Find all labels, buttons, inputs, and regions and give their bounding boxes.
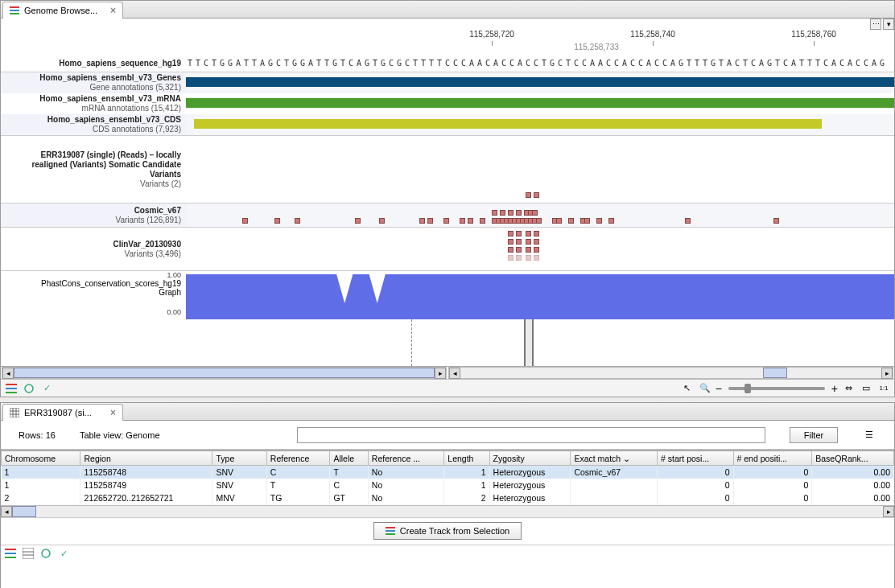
variant-marker[interactable] [516,210,522,216]
somatic-variants-track[interactable] [186,136,894,203]
variant-marker[interactable] [508,255,513,261]
variant-marker[interactable] [295,218,300,224]
tab-genome-browser[interactable]: Genome Browse... × [2,2,123,19]
variant-marker[interactable] [516,247,522,253]
column-header[interactable]: Length [444,451,489,466]
close-icon[interactable]: × [110,5,116,16]
circle-view-icon[interactable] [22,381,36,396]
variant-marker[interactable] [516,239,522,245]
table-row[interactable]: 1115258749SNVTCNo1Heterozygous000.00 [2,479,894,491]
scroll-left-icon[interactable]: ◂ [2,368,14,379]
variant-marker[interactable] [526,247,531,253]
scroll-right-icon[interactable]: ▸ [881,368,893,379]
column-header[interactable]: Type [212,451,266,466]
variant-marker[interactable] [534,231,539,236]
column-header[interactable]: # end positi... [733,451,812,466]
mrna-track[interactable] [186,93,894,114]
variant-marker[interactable] [773,218,779,224]
variant-marker[interactable] [492,210,497,216]
column-header[interactable]: Reference [266,451,330,466]
variant-marker[interactable] [534,255,539,261]
fit-selection-icon[interactable]: ▭ [859,381,873,396]
variant-marker[interactable] [242,218,248,224]
track-view-icon[interactable] [4,381,19,396]
zoom-out-icon[interactable]: − [716,382,722,395]
column-header[interactable]: Reference ... [368,451,444,466]
table-view-icon[interactable] [22,547,35,560]
column-header[interactable]: Chromosome [2,451,80,466]
column-header[interactable]: Exact match ⌄ [571,451,658,466]
ruler-expand-icon[interactable]: ▾ [883,19,894,30]
variant-marker[interactable] [379,218,385,224]
variant-marker[interactable] [608,218,614,224]
column-header[interactable]: Region [80,451,212,466]
pointer-icon[interactable]: ↖ [680,381,695,396]
scroll-right-icon[interactable]: ▸ [883,506,894,517]
variant-marker[interactable] [685,218,691,224]
zoom-tool-icon[interactable]: 🔍 [698,381,712,396]
one-to-one-icon[interactable]: 1:1 [876,381,891,396]
rows-label: Rows: [19,430,43,440]
variant-marker[interactable] [534,247,539,253]
close-icon[interactable]: × [110,407,116,418]
scroll-right-icon[interactable]: ▸ [435,368,446,379]
search-input[interactable] [297,427,765,443]
column-header[interactable]: # start posi... [658,451,733,466]
ruler[interactable]: ⋯ ▾ 115,258,720 115,258,740 115,258,760 … [371,19,894,55]
variant-marker[interactable] [508,231,513,236]
variant-marker[interactable] [468,218,473,224]
filter-button[interactable]: Filter [790,427,838,443]
content-scrollbar[interactable]: ◂ ▸ [448,367,893,379]
phastcons-track[interactable] [186,271,894,319]
variant-marker[interactable] [419,218,425,224]
column-header[interactable]: Allele [330,451,368,466]
check-icon[interactable]: ✓ [57,547,70,560]
variant-marker[interactable] [516,255,522,261]
variant-marker[interactable] [526,231,531,236]
clinvar-track[interactable] [186,228,894,270]
variant-marker[interactable] [443,218,449,224]
zoom-slider[interactable] [728,387,825,390]
label-scrollbar[interactable]: ◂ ▸ [2,367,447,379]
variant-marker[interactable] [556,218,562,224]
filter-options-icon[interactable]: ☰ [862,428,876,442]
variant-marker[interactable] [526,255,531,261]
table-row[interactable]: 1115258748SNVCTNo1HeterozygousCosmic_v67… [2,466,894,479]
variant-marker[interactable] [516,231,522,236]
variant-marker[interactable] [526,239,531,245]
variant-marker[interactable] [460,218,465,224]
column-header[interactable]: BaseQRank... [812,451,894,466]
variant-marker[interactable] [274,218,280,224]
variant-marker[interactable] [584,218,590,224]
variant-marker[interactable] [508,247,513,253]
variant-marker[interactable] [427,218,433,224]
variant-marker[interactable] [480,218,485,224]
fit-width-icon[interactable]: ⇔ [841,381,856,396]
cds-track[interactable] [186,114,894,135]
variant-marker[interactable] [500,210,505,216]
genes-track[interactable] [186,72,894,93]
variant-marker[interactable] [355,218,361,224]
table-row[interactable]: 2212652720..212652721MNVTGGTNo2Heterozyg… [2,491,894,504]
sequence-track[interactable]: TTCTGGATTAGCTGGATTGTCAGTGCGCTTTTCCCAACAC… [186,55,894,72]
scroll-left-icon[interactable]: ◂ [449,368,460,379]
tab-err319087[interactable]: ERR319087 (si... × [2,404,123,421]
circle-view-icon[interactable] [39,547,52,560]
variant-marker[interactable] [508,210,513,216]
create-track-button[interactable]: Create Track from Selection [373,522,522,540]
variant-marker[interactable] [596,218,602,224]
base-letter: C [274,59,283,68]
cosmic-track[interactable] [186,204,894,227]
variant-marker[interactable] [532,210,538,216]
zoom-in-icon[interactable]: + [831,382,838,395]
ruler-more-icon[interactable]: ⋯ [870,19,881,30]
variant-marker[interactable] [508,239,513,245]
track-view-icon[interactable] [4,547,17,560]
table-scrollbar[interactable]: ◂ ▸ [1,505,894,517]
column-header[interactable]: Zygosity [489,451,571,466]
scroll-left-icon[interactable]: ◂ [1,506,12,517]
variant-marker[interactable] [536,218,542,224]
variant-marker[interactable] [534,239,539,245]
variant-marker[interactable] [568,218,574,224]
check-icon[interactable]: ✓ [39,381,54,396]
